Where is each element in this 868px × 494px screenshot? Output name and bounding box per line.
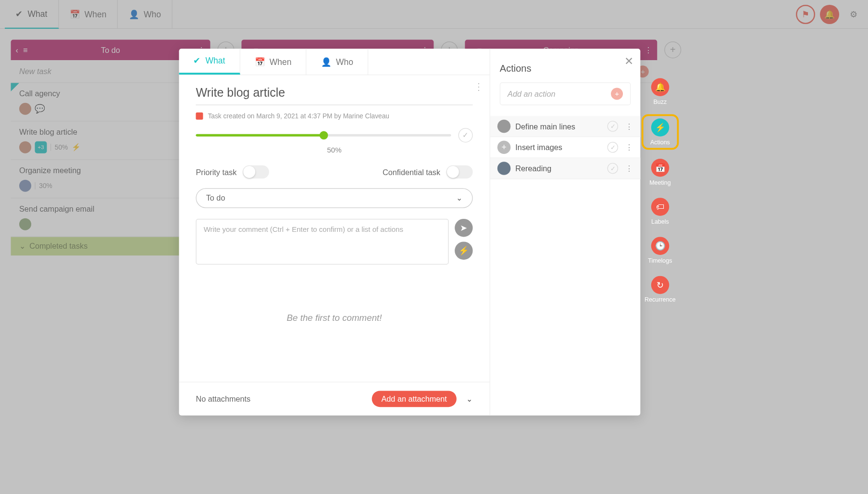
- empty-comments-text: Be the first to comment!: [196, 313, 472, 323]
- clock-icon: 🕒: [651, 237, 669, 254]
- check-icon: ✔: [193, 56, 200, 65]
- chevron-down-icon[interactable]: ⌄: [466, 394, 473, 404]
- task-modal: ✔What 📅When 👤Who ⋮ Write blog article Ta…: [179, 49, 640, 415]
- assign-icon[interactable]: +: [497, 140, 510, 153]
- avatar: [497, 162, 510, 175]
- rail-labels[interactable]: 🏷Labels: [645, 198, 676, 225]
- rail-label: Meeting: [649, 179, 670, 186]
- action-item[interactable]: +Insert images✓⋮: [490, 137, 640, 158]
- avatar: [497, 120, 510, 133]
- complete-button[interactable]: ✓: [459, 128, 473, 142]
- rail-label: Labels: [651, 218, 669, 225]
- add-action-input[interactable]: Add an action+: [500, 82, 631, 105]
- confidential-toggle-group: Confidential task🔒: [383, 165, 473, 178]
- modal-menu-icon[interactable]: ⋮: [474, 81, 484, 93]
- modal-body: ⋮ Write blog article Task created on Mar…: [179, 75, 489, 381]
- created-info: Task created on March 9, 2021 at 4:37 PM…: [196, 113, 472, 120]
- rail-meeting[interactable]: 📅Meeting: [645, 159, 676, 186]
- action-menu-icon[interactable]: ⋮: [625, 122, 633, 131]
- action-list: Define main lines✓⋮ +Insert images✓⋮ Rer…: [490, 116, 640, 179]
- action-menu-icon[interactable]: ⋮: [625, 164, 633, 173]
- rail-label: Buzz: [653, 99, 667, 105]
- status-value: To do: [206, 193, 225, 203]
- calendar-icon: 📅: [651, 159, 669, 177]
- rail-recurrence[interactable]: ↻Recurrence: [645, 276, 676, 303]
- action-menu-icon[interactable]: ⋮: [625, 143, 633, 152]
- progress-slider[interactable]: ✓: [196, 128, 472, 142]
- action-item[interactable]: Define main lines✓⋮: [490, 116, 640, 137]
- action-label: Rereading: [515, 164, 551, 173]
- confidential-label: Confidential task: [383, 167, 440, 177]
- rail-label: Timelogs: [648, 257, 672, 264]
- send-comment-button[interactable]: ➤: [455, 219, 472, 237]
- priority-label: Priority task: [196, 167, 236, 177]
- close-icon[interactable]: ✕: [624, 55, 633, 68]
- comment-input[interactable]: Write your comment (Ctrl + Enter to conf…: [196, 219, 448, 265]
- tab-label: Who: [336, 57, 353, 66]
- modal-tab-what[interactable]: ✔What: [179, 49, 240, 75]
- check-icon[interactable]: ✓: [608, 142, 618, 152]
- check-icon[interactable]: ✓: [608, 163, 618, 174]
- person-icon: 👤: [321, 57, 331, 66]
- confidential-toggle[interactable]: 🔒: [446, 165, 473, 178]
- created-text: Task created on March 9, 2021 at 4:37 PM…: [208, 113, 389, 120]
- rail-label: Recurrence: [645, 296, 676, 303]
- priority-toggle-group: Priority task↑: [196, 165, 269, 178]
- rail-actions[interactable]: ⚡Actions: [645, 117, 676, 147]
- project-color-icon: [196, 113, 203, 120]
- check-icon[interactable]: ✓: [608, 121, 618, 131]
- rail-buzz[interactable]: 🔔Buzz: [645, 78, 676, 105]
- modal-main: ✔What 📅When 👤Who ⋮ Write blog article Ta…: [179, 49, 490, 415]
- side-rail: 🔔Buzz ⚡Actions 📅Meeting 🏷Labels 🕒Timelog…: [645, 78, 676, 303]
- tab-label: When: [270, 57, 292, 66]
- modal-tabs: ✔What 📅When 👤Who: [179, 49, 489, 75]
- toggles-row: Priority task↑ Confidential task🔒: [196, 165, 472, 178]
- add-attachment-button[interactable]: Add an attachment: [372, 391, 456, 407]
- status-select[interactable]: To do⌄: [196, 188, 472, 208]
- slider-thumb[interactable]: [319, 131, 327, 139]
- plus-icon[interactable]: +: [611, 88, 623, 100]
- action-label: Insert images: [515, 143, 562, 152]
- add-action-button[interactable]: ⚡: [455, 241, 472, 259]
- lock-icon: 🔒: [449, 167, 458, 175]
- calendar-icon: 📅: [255, 57, 265, 66]
- priority-toggle[interactable]: ↑: [243, 165, 269, 178]
- no-attachments-label: No attachments: [196, 394, 250, 404]
- modal-title[interactable]: Write blog article: [196, 86, 472, 105]
- rail-timelogs[interactable]: 🕒Timelogs: [645, 237, 676, 264]
- modal-tab-who[interactable]: 👤Who: [307, 49, 368, 75]
- action-item[interactable]: Rereading✓⋮: [490, 158, 640, 179]
- tab-label: What: [205, 56, 225, 65]
- bell-icon: 🔔: [651, 78, 669, 96]
- comment-row: Write your comment (Ctrl + Enter to conf…: [196, 219, 472, 265]
- progress-label: 50%: [196, 146, 472, 154]
- modal-footer: No attachments Add an attachment ⌄: [179, 382, 489, 416]
- actions-panel: ✕ Actions Add an action+ Define main lin…: [490, 49, 640, 415]
- tag-icon: 🏷: [651, 198, 669, 215]
- action-label: Define main lines: [515, 122, 575, 131]
- rail-label: Actions: [650, 139, 670, 146]
- arrow-up-icon: ↑: [245, 167, 248, 175]
- bolt-icon: ⚡: [651, 118, 669, 136]
- actions-title: Actions: [490, 49, 640, 82]
- loop-icon: ↻: [651, 276, 669, 294]
- add-action-placeholder: Add an action: [508, 89, 555, 99]
- chevron-down-icon: ⌄: [456, 193, 463, 203]
- modal-tab-when[interactable]: 📅When: [240, 49, 307, 75]
